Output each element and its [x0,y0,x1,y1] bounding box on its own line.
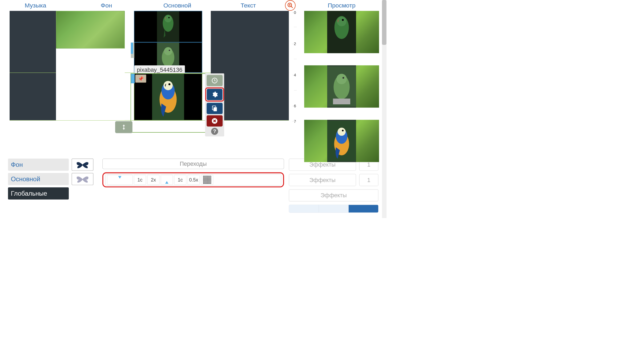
zoom-in-button[interactable] [285,0,296,11]
copy-icon [211,105,218,112]
parrot-thumb-icon [157,11,179,42]
svg-point-6 [164,15,172,22]
layer-background[interactable]: Фон [8,159,69,171]
svg-point-11 [169,50,170,51]
clip-action-toolbar: ? [205,73,224,136]
clip-copy-button[interactable] [207,103,223,114]
resize-vertical-icon [120,124,127,131]
transitions-highlight: 1с 2x 1с 0.5x [102,172,284,187]
clip-help-button[interactable]: ? [211,128,218,135]
transitions-panel: Переходы 1с 2x 1с 0.5x [101,159,286,213]
tab-preview[interactable]: Просмотр [297,2,387,9]
tab-main[interactable]: Основной [142,2,213,9]
clip-settings-highlight [205,88,224,102]
tab-music[interactable]: Музыка [0,2,71,9]
clip-handle[interactable] [131,43,134,58]
gear-icon [211,91,218,98]
transition-in-time[interactable]: 1с [134,175,146,185]
svg-point-29 [336,74,347,84]
effects-panel: Эффекты 1 Эффекты 1 Эффекты [289,159,379,213]
layer-main-thumb[interactable] [72,173,94,185]
svg-point-7 [168,17,170,18]
svg-text:?: ? [213,128,216,134]
svg-rect-31 [333,98,350,104]
transition-in-type[interactable] [107,175,132,185]
layer-global[interactable]: Глобальные [8,187,69,200]
timeline[interactable]: pixabay_5445136 📌 [0,11,289,157]
selection-outline [131,73,216,133]
transition-in-speed[interactable]: 2x [147,175,160,185]
main-clip-1[interactable] [134,11,202,42]
preview-panel [297,11,387,157]
seg-2[interactable] [319,205,349,212]
transition-out-time[interactable]: 1с [174,175,186,185]
clip-delete-button[interactable] [207,115,223,127]
parrot-icon [327,11,356,53]
close-circle-icon [211,117,218,124]
transition-out-type[interactable] [161,175,173,185]
music-lane[interactable] [10,11,56,120]
parrot-icon [327,120,356,162]
question-icon: ? [211,128,218,135]
svg-point-26 [342,19,344,21]
effects-main-button[interactable]: Эффекты [289,174,356,186]
tab-text[interactable]: Текст [213,2,284,9]
clip-settings-button[interactable] [207,89,223,100]
effects-segmented[interactable] [289,205,379,213]
transition-out-speed[interactable]: 0.5x [188,175,200,185]
scrollbar[interactable] [382,0,387,218]
preview-thumb-1[interactable] [304,11,379,53]
svg-point-30 [343,77,344,78]
pattern-icon [203,176,211,184]
clock-icon [211,77,218,84]
svg-line-1 [291,6,293,8]
effects-global-button[interactable]: Эффекты [289,189,379,202]
svg-point-36 [342,130,344,131]
preview-thumb-3[interactable] [304,120,379,162]
transition-pattern[interactable] [201,175,213,185]
svg-point-25 [337,17,346,26]
layers-panel: Фон Основной Глобальные [8,159,98,213]
butterfly-icon [75,174,90,184]
layer-bg-thumb[interactable] [72,159,94,171]
parrot-icon [327,65,356,108]
background-clip[interactable] [56,11,125,49]
svg-point-10 [164,47,172,55]
scrollbar-thumb[interactable] [382,0,387,45]
svg-rect-19 [214,107,217,111]
seg-1[interactable] [289,205,319,212]
timeline-resize-handle[interactable] [115,121,132,133]
transitions-button[interactable]: Переходы [102,159,284,169]
background-lane-empty[interactable] [56,49,125,120]
svg-point-35 [337,128,345,136]
butterfly-icon [75,160,90,169]
effects-main-count[interactable]: 1 [359,174,379,186]
clip-duration-button[interactable] [207,75,223,86]
magnify-plus-icon [287,2,293,9]
time-ruler: 0 2 4 6 7 [289,11,297,157]
tab-background[interactable]: Фон [71,2,142,9]
layer-main[interactable]: Основной [8,173,69,185]
seg-3[interactable] [349,205,378,212]
preview-thumb-2[interactable] [304,65,379,108]
